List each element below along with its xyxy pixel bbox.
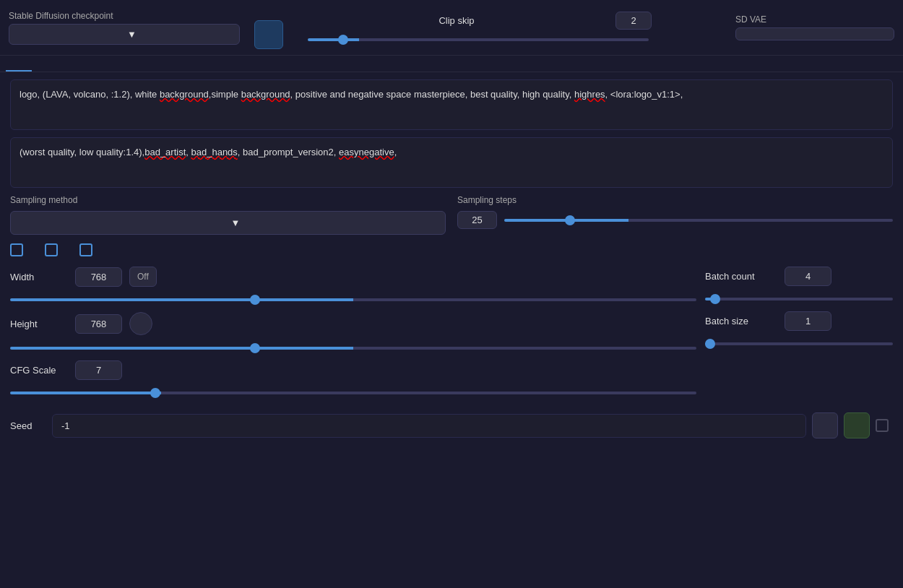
batch-size-row: Batch size 1 — [705, 311, 893, 331]
batch-size-slider[interactable] — [705, 342, 893, 345]
width-value[interactable]: 768 — [75, 267, 122, 287]
extra-check-box — [876, 419, 889, 432]
chevron-down-icon-sampling: ▼ — [231, 217, 437, 228]
sampling-steps-slider[interactable] — [504, 219, 893, 222]
cfg-scale-value[interactable]: 7 — [75, 360, 122, 380]
batch-count-row: Batch count 4 — [705, 267, 893, 286]
batch-count-slider[interactable] — [705, 298, 893, 301]
clip-skip-slider[interactable] — [308, 38, 649, 41]
tiling-box — [45, 243, 58, 256]
seed-input[interactable] — [52, 414, 806, 438]
main-content: logo, (LAVA, volcano, :1.2), white backg… — [0, 72, 903, 446]
tab-3d-ope[interactable] — [240, 56, 266, 72]
batch-count-label: Batch count — [705, 271, 777, 282]
hires-fix-box — [79, 243, 92, 256]
cfg-scale-slider[interactable] — [10, 392, 696, 394]
height-row: Height 768 — [10, 312, 696, 335]
right-col: Batch count 4 Batch size 1 — [705, 267, 893, 405]
cfg-scale-slider-row — [10, 386, 696, 397]
sd-vae-select[interactable] — [735, 27, 894, 40]
height-value[interactable]: 768 — [75, 314, 122, 334]
cfg-scale-label: CFG Scale — [10, 365, 68, 376]
tiling-checkbox[interactable] — [45, 243, 62, 256]
tab-checkpoint-merger[interactable] — [110, 56, 136, 72]
tab-deforum[interactable] — [162, 56, 188, 72]
batch-count-value[interactable]: 4 — [785, 267, 831, 286]
clip-skip-value: 2 — [615, 12, 652, 30]
sampling-method-group: Sampling method ▼ — [10, 195, 446, 235]
sampling-method-label: Sampling method — [10, 195, 446, 205]
checkboxes-row — [10, 243, 893, 256]
clip-skip-slider-wrap — [305, 33, 652, 43]
cfg-scale-row: CFG Scale 7 — [10, 360, 696, 380]
negative-prompt-area[interactable]: (worst quality, low quality:1.4),bad_art… — [10, 137, 893, 188]
sampling-method-select[interactable]: ▼ — [10, 211, 446, 235]
sampling-controls: Sampling method ▼ Sampling steps 25 — [10, 195, 893, 235]
dimensions-section: Width 768 Off Height 768 CFG Scale — [10, 267, 893, 405]
width-label: Width — [10, 272, 68, 282]
left-col: Width 768 Off Height 768 CFG Scale — [10, 267, 696, 405]
checkpoint-select[interactable]: ▼ — [9, 24, 240, 45]
tab-infinite-zoom[interactable] — [188, 56, 214, 72]
positive-prompt-area[interactable]: logo, (LAVA, volcano, :1.2), white backg… — [10, 79, 893, 130]
restore-faces-checkbox[interactable] — [10, 243, 27, 256]
clip-skip-label: Clip skip — [305, 15, 608, 26]
tab-extras[interactable] — [58, 56, 84, 72]
batch-size-slider-row — [705, 337, 893, 347]
top-bar: Stable Diffusion checkpoint ▼ Clip skip … — [0, 0, 903, 56]
sampling-steps-group: Sampling steps 25 — [457, 195, 893, 235]
tab-png-info[interactable] — [84, 56, 110, 72]
swap-button[interactable] — [129, 312, 152, 335]
width-row: Width 768 Off — [10, 267, 696, 287]
seed-row: Seed — [10, 412, 893, 438]
sd-vae-section: SD VAE — [735, 14, 894, 40]
checkpoint-label: Stable Diffusion checkpoint — [9, 11, 240, 21]
refresh-button-wrap — [254, 6, 283, 49]
sampling-steps-row: 25 — [457, 211, 893, 229]
batch-count-slider-row — [705, 292, 893, 303]
height-slider-row — [10, 341, 696, 352]
restore-faces-box — [10, 243, 23, 256]
tab-img2img[interactable] — [32, 56, 58, 72]
refresh-button[interactable] — [254, 20, 283, 49]
off-button[interactable]: Off — [129, 267, 157, 287]
dice-button[interactable] — [812, 412, 838, 438]
clip-skip-top: Clip skip 2 — [305, 12, 652, 30]
positive-prompt-text: logo, (LAVA, volcano, :1.2), white backg… — [20, 89, 683, 100]
batch-size-value[interactable]: 1 — [785, 311, 831, 331]
height-label: Height — [10, 319, 68, 329]
batch-size-label: Batch size — [705, 316, 777, 327]
hires-fix-checkbox[interactable] — [79, 243, 97, 256]
width-slider-row — [10, 293, 696, 303]
height-slider[interactable] — [10, 347, 696, 350]
sampling-steps-value: 25 — [457, 211, 497, 229]
recycle-button[interactable] — [844, 412, 870, 438]
clip-skip-section: Clip skip 2 — [305, 12, 652, 43]
tab-openpose-editor[interactable] — [214, 56, 240, 72]
checkpoint-section: Stable Diffusion checkpoint ▼ — [9, 11, 240, 45]
sampling-steps-label: Sampling steps — [457, 195, 893, 205]
seed-label: Seed — [10, 420, 46, 431]
width-slider[interactable] — [10, 298, 696, 301]
extra-checkbox[interactable] — [876, 419, 893, 432]
tab-train[interactable] — [136, 56, 162, 72]
tab-bar — [0, 56, 903, 72]
tab-txt2img[interactable] — [6, 56, 32, 72]
chevron-down-icon: ▼ — [127, 29, 232, 40]
sd-vae-label: SD VAE — [735, 14, 894, 25]
negative-prompt-text: (worst quality, low quality:1.4),bad_art… — [20, 147, 397, 157]
